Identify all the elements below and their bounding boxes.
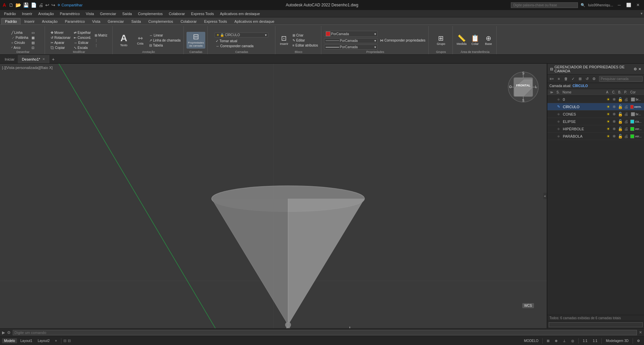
layer-on-cell[interactable]: ☀ (605, 105, 611, 109)
menu-saida[interactable]: Saída (119, 11, 135, 16)
menu-apps[interactable]: Aplicativos em destaque (217, 11, 263, 16)
menu-vista[interactable]: Vista (83, 11, 97, 16)
escala-btn[interactable]: ⤡ Escala (73, 46, 92, 50)
prop-camada-btn[interactable]: ⊟ Propriedadesda camada (186, 32, 205, 49)
modelo-indicator[interactable]: MODELO (522, 338, 540, 343)
layout1-tab[interactable]: Layout1 (18, 338, 35, 343)
col-name[interactable]: Nome (561, 90, 605, 95)
col-on[interactable]: A (605, 90, 611, 95)
layer-lock-icon[interactable]: 🔓 (618, 134, 623, 139)
layer-plot-icon[interactable]: 🖨 (624, 97, 628, 102)
retangulo-btn[interactable]: ▭ (31, 30, 36, 35)
menu-express[interactable]: Express Tools (188, 11, 216, 16)
layer-freeze-icon[interactable]: ❄ (612, 105, 616, 109)
layer-color-cell[interactable]: ver... (629, 134, 643, 138)
rotacionar-btn[interactable]: ↺ Rotacionar (50, 36, 71, 40)
tabela-btn[interactable]: ⊟ Tabela (148, 43, 181, 48)
linhachamada-btn[interactable]: ↗ Linha de chamada (148, 38, 181, 43)
tab-express[interactable]: Express Tools (200, 18, 230, 24)
col-lock[interactable]: B. (617, 90, 623, 95)
tab-anotacao[interactable]: Anotação (38, 18, 61, 24)
menu-parametrico[interactable]: Paramétrico (57, 11, 83, 16)
tab-inserir[interactable]: Inserir (20, 18, 38, 24)
layer-color-cell[interactable]: br... (629, 97, 643, 101)
layer-lock-cell[interactable]: 🔓 (617, 119, 623, 124)
layer-row-elipse[interactable]: ◈ ELIPSE ☀ ❄ 🔓 🖨 cia... (547, 118, 644, 125)
corresponder-camada-btn[interactable]: ↔ Corresponder camada (215, 44, 268, 48)
save-as-btn[interactable]: 📄 (30, 2, 37, 8)
layer-freeze-cell[interactable]: ❄ (611, 112, 617, 117)
polar-btn[interactable]: ◎ (569, 338, 576, 343)
linetype-dropdown[interactable]: PorCamada ▾ (324, 38, 378, 43)
panel-settings-icon[interactable]: ⚙ (634, 67, 637, 71)
layer-row-circulo[interactable]: ✎ CÍRCULO ☀ ❄ 🔓 🖨 verm. (547, 103, 644, 111)
new-btn[interactable]: 🗋 (8, 2, 14, 8)
panel-input-field[interactable] (549, 322, 643, 327)
minimize-btn[interactable]: ─ (616, 2, 623, 8)
tab-colaborar[interactable]: Colaborar (177, 18, 200, 24)
col-color[interactable]: Cor (629, 90, 643, 95)
col-freeze[interactable]: C. (611, 90, 617, 95)
matriz-btn[interactable]: ⊞ Matriz (94, 33, 108, 38)
circulo-btn[interactable]: ○ Círculo (10, 41, 30, 45)
linear-btn[interactable]: ↔ Linear (148, 33, 181, 38)
layer-row-parabola[interactable]: ◈ PARÁBOLA ☀ ❄ 🔓 🖨 ver... (547, 133, 644, 140)
linha-btn[interactable]: ╱ Linha (10, 30, 30, 35)
editar-btn[interactable]: ✎ Editar (291, 38, 319, 43)
menu-padrao[interactable]: Padrão (1, 11, 18, 16)
grid-btn[interactable]: ⊞ (545, 338, 551, 343)
close-tab-btn[interactable]: ✕ (42, 57, 45, 61)
layer-plot-icon[interactable]: 🖨 (624, 127, 628, 131)
layer-lock-cell[interactable]: 🔓 (617, 112, 623, 117)
layer-on-icon[interactable]: ☀ (606, 112, 610, 117)
layer-on-cell[interactable]: ☀ (605, 97, 611, 102)
layer-freeze-cell[interactable]: ❄ (611, 105, 617, 109)
layer-plot-icon[interactable]: 🖨 (624, 134, 628, 139)
layer-color-cell[interactable]: ver... (629, 127, 643, 131)
base-btn[interactable]: ⊕ Base (482, 34, 494, 46)
compass[interactable]: S S L O FRONTAL (506, 70, 540, 104)
layout2-tab[interactable]: Layout2 (36, 338, 52, 343)
gradient-btn[interactable]: ▤ (31, 41, 36, 45)
cota-btn[interactable]: ⇿ Cota (133, 34, 147, 46)
layer-plot-icon[interactable]: 🖨 (624, 119, 628, 124)
layer-freeze-cell[interactable]: ❄ (611, 119, 617, 124)
layer-plot-cell[interactable]: 🖨 (623, 97, 629, 102)
menu-anotacao[interactable]: Anotação (36, 11, 56, 16)
layer-lock-icon[interactable]: 🔓 (618, 105, 623, 109)
refresh-btn[interactable]: ↺ (584, 76, 590, 82)
layer-lock-cell[interactable]: 🔓 (617, 105, 623, 109)
settings-gear-btn[interactable]: ⚙ (635, 338, 642, 343)
layer-freeze-icon[interactable]: ❄ (612, 97, 616, 102)
desenho1-tab[interactable]: Desenho1* ✕ (18, 55, 49, 63)
match-prop-btn[interactable]: ⋈ Corresponder propriedades (379, 38, 426, 43)
layer-row-hiperbole[interactable]: ◈ HIPÉRBOLE ☀ ❄ 🔓 🖨 ver... (547, 125, 644, 133)
arco-btn[interactable]: ◜ Arco (10, 46, 30, 50)
tab-complementos[interactable]: Complementos (145, 18, 177, 24)
search-input[interactable] (511, 2, 578, 8)
layer-lock-cell[interactable]: 🔓 (617, 134, 623, 139)
layer-color-cell[interactable]: cia... (629, 120, 643, 124)
concord-btn[interactable]: ⇤ Concord. (73, 36, 92, 40)
layer-plot-icon[interactable]: 🖨 (624, 112, 628, 117)
mover-btn[interactable]: ✥ Mover (50, 30, 71, 35)
anno-scale[interactable]: 1:1 (591, 338, 599, 343)
drawing-area[interactable] (0, 64, 547, 328)
layer-plot-cell[interactable]: 🖨 (623, 127, 629, 131)
layer-plot-icon[interactable]: 🖨 (624, 105, 628, 109)
camada-dropdown[interactable]: ☀ 🔒 CÍRCULO ▾ (215, 32, 268, 38)
layer-freeze-icon[interactable]: ❄ (612, 127, 616, 131)
search-icon[interactable]: 🔍 (581, 3, 585, 7)
new-layer-btn[interactable]: ≡+ (549, 76, 555, 82)
add-tab-btn[interactable]: + (49, 56, 57, 63)
layer-on-icon[interactable]: ☀ (606, 119, 610, 124)
layer-freeze-icon[interactable]: ❄ (612, 112, 616, 117)
layer-plot-cell[interactable]: 🖨 (623, 105, 629, 109)
hatch-btn[interactable]: ▦ (31, 36, 36, 40)
cmd-settings-icon[interactable]: ⚙ (7, 330, 11, 335)
menu-gerenciar[interactable]: Gerenciar (97, 11, 119, 16)
esticar-btn[interactable]: ↔ Esticar (73, 41, 92, 45)
layer-lock-cell[interactable]: 🔓 (617, 127, 623, 131)
boundary-btn[interactable]: ⊡ (31, 46, 36, 50)
layer-plot-cell[interactable]: 🖨 (623, 112, 629, 117)
